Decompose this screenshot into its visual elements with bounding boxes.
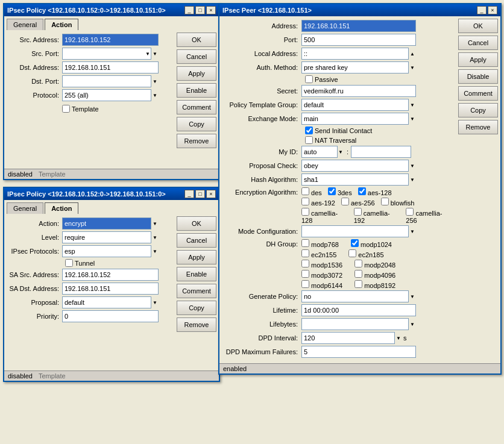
policy2-protocols-arrow[interactable]: ▼ (153, 249, 157, 254)
policy2-sa-src-input[interactable] (62, 269, 159, 281)
peer-ec2n155-checkbox[interactable] (301, 249, 309, 257)
peer-apply-button[interactable]: Apply (458, 52, 498, 67)
peer-mode-config-arrow[interactable]: ▼ (410, 229, 415, 234)
policy1-enable-button[interactable]: Enable (177, 83, 216, 98)
peer-address-input[interactable] (301, 20, 416, 32)
peer-my-id-type-input[interactable] (301, 146, 338, 158)
peer-modp3072-checkbox[interactable] (301, 270, 309, 278)
peer-camellia128-checkbox[interactable] (301, 208, 309, 216)
peer-dpd-max-failures-input[interactable] (301, 346, 416, 358)
policy1-src-port-arrow[interactable]: ▼ (153, 51, 157, 57)
policy1-remove-button[interactable]: Remove (177, 134, 216, 148)
peer-3des-checkbox[interactable] (328, 187, 336, 195)
policy2-proposal-input[interactable] (62, 296, 151, 308)
peer-generate-policy-arrow[interactable]: ▼ (410, 294, 415, 299)
peer-modp1536-checkbox[interactable] (301, 260, 309, 267)
policy1-close[interactable]: × (206, 6, 216, 14)
peer-hash-algo-arrow[interactable]: ▼ (410, 177, 415, 183)
policy2-apply-button[interactable]: Apply (177, 250, 216, 264)
policy1-protocol-input[interactable] (62, 89, 151, 101)
policy2-level-input[interactable] (62, 231, 151, 243)
peer-lifetime-input[interactable] (301, 304, 416, 316)
policy2-remove-button[interactable]: Remove (177, 317, 216, 332)
policy2-ok-button[interactable]: OK (177, 216, 216, 231)
policy1-copy-button[interactable]: Copy (177, 117, 216, 131)
policy2-close[interactable]: × (206, 190, 216, 198)
peer-ec2n185-checkbox[interactable] (348, 249, 356, 257)
policy1-dst-port-arrow[interactable]: ▼ (153, 79, 157, 84)
policy2-level-arrow[interactable]: ▼ (153, 235, 157, 240)
policy2-proposal-arrow[interactable]: ▼ (153, 300, 157, 305)
peer-minimize[interactable]: _ (477, 6, 487, 14)
peer-hash-algo-input[interactable] (301, 174, 409, 186)
peer-copy-button[interactable]: Copy (458, 103, 498, 117)
policy1-dst-port-input[interactable] (62, 75, 151, 87)
peer-dpd-interval-input[interactable] (301, 332, 395, 344)
policy2-protocols-input[interactable] (62, 245, 151, 257)
peer-modp4096-checkbox[interactable] (354, 270, 362, 278)
peer-auth-method-input[interactable] (301, 61, 409, 73)
policy1-src-address-input[interactable] (62, 34, 159, 46)
policy1-protocol-arrow[interactable]: ▼ (153, 93, 157, 98)
policy2-priority-input[interactable] (62, 310, 159, 322)
policy2-tab-general[interactable]: General (7, 202, 43, 214)
policy1-apply-button[interactable]: Apply (177, 66, 216, 81)
peer-modp768-checkbox[interactable] (301, 239, 309, 247)
peer-lifebytes-arrow[interactable]: ▼ (410, 322, 415, 327)
peer-secret-input[interactable] (301, 85, 416, 97)
peer-nat-traversal-checkbox[interactable] (305, 136, 313, 144)
policy1-cancel-button[interactable]: Cancel (177, 49, 216, 64)
peer-comment-button[interactable]: Comment (458, 86, 498, 101)
peer-exchange-mode-input[interactable] (301, 113, 409, 125)
peer-local-address-arrow[interactable]: ▲ (410, 51, 415, 57)
peer-ok-button[interactable]: OK (458, 19, 498, 33)
policy2-action-arrow[interactable]: ▼ (153, 221, 157, 227)
policy1-minimize[interactable]: _ (184, 6, 194, 14)
peer-policy-template-arrow[interactable]: ▼ (410, 102, 415, 108)
peer-disable-button[interactable]: Disable (458, 69, 498, 84)
peer-aes128-checkbox[interactable] (358, 187, 366, 195)
policy2-action-input[interactable] (62, 217, 151, 230)
peer-aes256-checkbox[interactable] (341, 198, 349, 205)
peer-modp8192-checkbox[interactable] (354, 280, 362, 288)
policy2-comment-button[interactable]: Comment (177, 284, 216, 298)
policy2-minimize[interactable]: _ (184, 190, 194, 198)
peer-send-initial-checkbox[interactable] (305, 127, 313, 134)
peer-proposal-check-arrow[interactable]: ▼ (410, 163, 415, 169)
peer-exchange-mode-arrow[interactable]: ▼ (410, 116, 415, 122)
peer-my-id-type-arrow[interactable]: ▼ (338, 149, 343, 155)
policy2-enable-button[interactable]: Enable (177, 267, 216, 281)
peer-my-id-value-input[interactable] (351, 146, 411, 158)
peer-proposal-check-input[interactable] (301, 160, 409, 172)
peer-local-address-input[interactable] (301, 48, 409, 60)
peer-modp6144-checkbox[interactable] (301, 280, 309, 288)
policy2-cancel-button[interactable]: Cancel (177, 233, 216, 248)
policy1-tab-general[interactable]: General (7, 19, 43, 30)
policy2-maximize[interactable]: □ (195, 190, 205, 198)
peer-remove-button[interactable]: Remove (458, 120, 498, 134)
peer-port-input[interactable] (301, 34, 416, 46)
policy2-copy-button[interactable]: Copy (177, 301, 216, 315)
policy1-dst-address-input[interactable] (62, 61, 159, 73)
policy1-comment-button[interactable]: Comment (177, 100, 216, 114)
peer-modp1024-checkbox[interactable] (351, 239, 359, 247)
peer-lifebytes-input[interactable] (301, 318, 409, 330)
peer-cancel-button[interactable]: Cancel (458, 36, 498, 50)
peer-aes192-checkbox[interactable] (301, 198, 309, 205)
peer-generate-policy-input[interactable] (301, 290, 409, 302)
peer-modp2048-checkbox[interactable] (354, 260, 362, 267)
peer-passive-checkbox[interactable] (305, 75, 313, 83)
peer-policy-template-input[interactable] (301, 99, 409, 111)
policy1-maximize[interactable]: □ (195, 6, 205, 14)
policy1-src-port-input[interactable] (62, 48, 151, 60)
policy2-tab-action[interactable]: Action (45, 202, 78, 214)
peer-dpd-interval-arrow[interactable]: ▼ (396, 336, 401, 341)
peer-blowfish-checkbox[interactable] (381, 198, 389, 205)
peer-mode-config-input[interactable] (301, 225, 409, 237)
policy2-sa-dst-input[interactable] (62, 283, 159, 295)
peer-close[interactable]: × (488, 6, 497, 14)
policy2-tunnel-checkbox[interactable] (65, 259, 73, 267)
policy1-tab-action[interactable]: Action (45, 19, 78, 30)
peer-auth-method-arrow[interactable]: ▼ (410, 65, 415, 70)
policy1-ok-button[interactable]: OK (177, 33, 216, 47)
